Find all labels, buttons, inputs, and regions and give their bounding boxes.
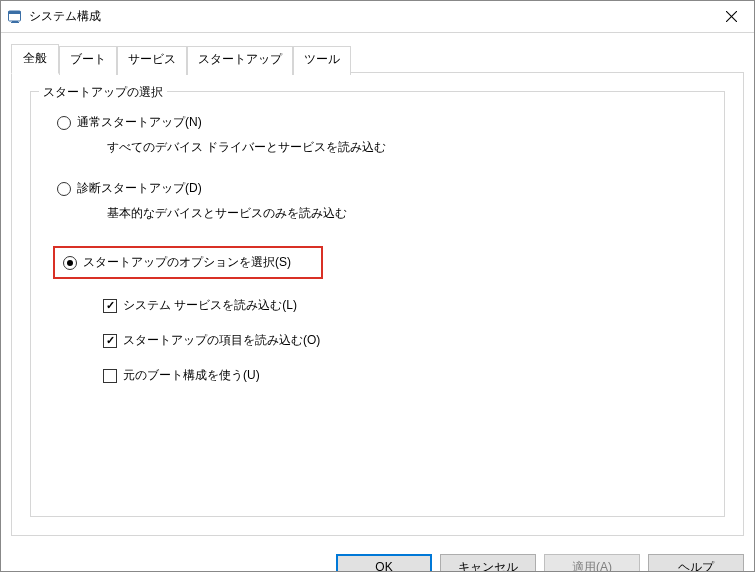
- radio-icon: [57, 116, 71, 130]
- radio-diagnostic-label: 診断スタートアップ(D): [77, 180, 202, 197]
- tab-services[interactable]: サービス: [117, 46, 187, 75]
- checkbox-use-original-boot[interactable]: 元のブート構成を使う(U): [103, 367, 708, 384]
- radio-icon: [57, 182, 71, 196]
- radio-selective-label: スタートアップのオプションを選択(S): [83, 254, 291, 271]
- svg-rect-1: [9, 11, 21, 14]
- checkbox-label: 元のブート構成を使う(U): [123, 367, 260, 384]
- tab-general[interactable]: 全般: [11, 44, 59, 74]
- close-button[interactable]: [708, 1, 754, 33]
- radio-normal-desc: すべてのデバイス ドライバーとサービスを読み込む: [107, 139, 708, 156]
- tab-tools[interactable]: ツール: [293, 46, 351, 75]
- window-title: システム構成: [29, 8, 101, 25]
- radio-diagnostic-startup[interactable]: 診断スタートアップ(D): [47, 180, 708, 197]
- selective-startup-options: システム サービスを読み込む(L) スタートアップの項目を読み込む(O) 元のブ…: [47, 297, 708, 384]
- cancel-button[interactable]: キャンセル: [440, 554, 536, 572]
- checkbox-icon: [103, 299, 117, 313]
- help-button[interactable]: ヘルプ: [648, 554, 744, 572]
- radio-normal-label: 通常スタートアップ(N): [77, 114, 202, 131]
- selective-startup-highlight: スタートアップのオプションを選択(S): [53, 246, 323, 279]
- radio-icon: [63, 256, 77, 270]
- titlebar-left: システム構成: [7, 8, 101, 25]
- fieldset-legend: スタートアップの選択: [39, 84, 167, 101]
- radio-selective-startup[interactable]: スタートアップのオプションを選択(S): [59, 254, 317, 271]
- dialog-body: 全般 ブート サービス スタートアップ ツール スタートアップの選択 通常スター…: [1, 33, 754, 544]
- tab-panel-general: スタートアップの選択 通常スタートアップ(N) すべてのデバイス ドライバーとサ…: [11, 72, 744, 536]
- checkbox-icon: [103, 334, 117, 348]
- tab-startup[interactable]: スタートアップ: [187, 46, 293, 75]
- tab-row: 全般 ブート サービス スタートアップ ツール: [11, 45, 744, 74]
- checkbox-label: システム サービスを読み込む(L): [123, 297, 297, 314]
- radio-normal-startup[interactable]: 通常スタートアップ(N): [47, 114, 708, 131]
- checkbox-label: スタートアップの項目を読み込む(O): [123, 332, 320, 349]
- checkbox-load-system-services[interactable]: システム サービスを読み込む(L): [103, 297, 708, 314]
- svg-rect-2: [12, 21, 18, 22]
- startup-selection-fieldset: スタートアップの選択 通常スタートアップ(N) すべてのデバイス ドライバーとサ…: [30, 91, 725, 517]
- titlebar: システム構成: [1, 1, 754, 33]
- ok-button[interactable]: OK: [336, 554, 432, 572]
- svg-rect-3: [11, 22, 19, 23]
- tab-boot[interactable]: ブート: [59, 46, 117, 75]
- checkbox-load-startup-items[interactable]: スタートアップの項目を読み込む(O): [103, 332, 708, 349]
- app-icon: [7, 9, 23, 25]
- dialog-button-row: OK キャンセル 適用(A) ヘルプ: [1, 544, 754, 572]
- radio-diagnostic-desc: 基本的なデバイスとサービスのみを読み込む: [107, 205, 708, 222]
- checkbox-icon: [103, 369, 117, 383]
- apply-button: 適用(A): [544, 554, 640, 572]
